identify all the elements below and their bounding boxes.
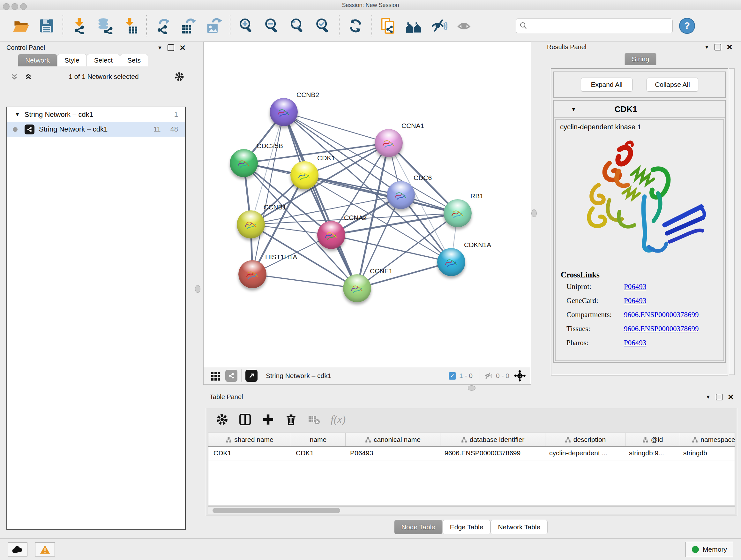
- close-panel-icon[interactable]: ✕: [726, 44, 733, 50]
- zoom-fit-icon[interactable]: [289, 17, 306, 34]
- tab-sets[interactable]: Sets: [120, 54, 148, 66]
- crosslink-label: Pharos:: [566, 339, 624, 347]
- network-canvas[interactable]: CCNB2CCNA1CDC25BCDK1CDC6RB1CCNB1CCNA2CDK…: [204, 42, 530, 367]
- tab-network[interactable]: Network: [18, 54, 57, 66]
- node-CDC6[interactable]: [387, 181, 415, 209]
- grid-view-icon[interactable]: [211, 371, 221, 381]
- crosslink-uniprot-link[interactable]: P06493: [624, 283, 646, 291]
- network-collection-row[interactable]: ▼ String Network – cdk1 1: [7, 107, 185, 122]
- crosslink-pharos-link[interactable]: P06493: [624, 339, 646, 347]
- node-HIST1H1A[interactable]: [239, 260, 266, 288]
- table-cell[interactable]: stringdb: [678, 447, 735, 460]
- zoom-selected-icon[interactable]: [315, 17, 331, 34]
- first-neighbors-icon[interactable]: [405, 17, 422, 34]
- hide-selected-icon[interactable]: [431, 17, 448, 34]
- open-session-icon[interactable]: [13, 17, 29, 34]
- import-network-file-icon[interactable]: [71, 17, 87, 34]
- node-CCNA2[interactable]: [317, 221, 345, 249]
- refresh-icon[interactable]: [347, 17, 364, 34]
- collapse-triangle-icon[interactable]: ▼: [15, 111, 20, 118]
- export-table-icon[interactable]: [180, 17, 197, 34]
- warnings-button[interactable]: [35, 543, 55, 557]
- expand-all-button[interactable]: Expand All: [581, 78, 632, 91]
- cloud-button[interactable]: [8, 543, 27, 557]
- table-cell[interactable]: cyclin-dependent ...: [544, 447, 624, 460]
- right-splitter-handle[interactable]: [531, 209, 537, 217]
- tab-network-table[interactable]: Network Table: [490, 520, 548, 534]
- zoom-out-icon[interactable]: [264, 17, 280, 34]
- show-all-icon[interactable]: [456, 17, 473, 34]
- add-column-icon[interactable]: [262, 413, 274, 426]
- close-panel-icon[interactable]: ✕: [179, 45, 186, 51]
- node-CDC25B[interactable]: [230, 149, 258, 177]
- tab-node-table[interactable]: Node Table: [394, 520, 443, 534]
- import-table-file-icon[interactable]: [122, 17, 138, 34]
- table-cell[interactable]: P06493: [345, 447, 440, 460]
- node-label-CDC25B: CDC25B: [257, 142, 283, 150]
- selected-checkbox-icon[interactable]: ✓: [449, 372, 456, 380]
- tab-edge-table[interactable]: Edge Table: [443, 520, 491, 534]
- network-row[interactable]: String Network – cdk1 11 48: [7, 122, 185, 137]
- export-network-icon[interactable]: [154, 17, 171, 34]
- panel-menu-icon[interactable]: ▼: [705, 394, 711, 400]
- column-header-shared-name[interactable]: shared name: [208, 433, 291, 446]
- column-header-namespace[interactable]: namespace: [680, 433, 735, 446]
- tab-string[interactable]: String: [624, 53, 657, 65]
- node-CDK1[interactable]: [290, 161, 319, 189]
- crosslink-compartments-link[interactable]: 9606.ENSP00000378699: [624, 311, 699, 319]
- float-panel-icon[interactable]: [716, 394, 723, 400]
- panel-menu-icon[interactable]: ▼: [704, 44, 710, 50]
- node-CDKN1A[interactable]: [437, 248, 465, 276]
- results-scrollbar[interactable]: [729, 68, 735, 375]
- table-horizontal-scrollbar[interactable]: [208, 506, 735, 514]
- node-CCNA1[interactable]: [375, 129, 403, 157]
- crosslink-genecard-link[interactable]: P06493: [624, 297, 646, 305]
- table-cell[interactable]: CDK1: [208, 447, 291, 460]
- tab-select[interactable]: Select: [87, 54, 120, 66]
- search-field[interactable]: [516, 18, 673, 33]
- birds-eye-view-icon[interactable]: [514, 370, 526, 382]
- panel-menu-icon[interactable]: ▼: [157, 45, 162, 51]
- section-collapse-icon[interactable]: ▼: [571, 106, 576, 113]
- network-badge-icon[interactable]: [225, 370, 238, 382]
- node-CCNB2[interactable]: [270, 98, 298, 126]
- control-panel-title: Control Panel: [6, 44, 45, 51]
- table-row[interactable]: CDK1CDK1P064939606.ENSP00000378699cyclin…: [208, 447, 735, 460]
- import-network-database-icon[interactable]: [96, 17, 113, 34]
- collapse-all-icon[interactable]: [10, 72, 19, 81]
- node-RB1[interactable]: [444, 199, 472, 227]
- crosslink-tissues-link[interactable]: 9606.ENSP00000378699: [624, 325, 699, 333]
- show-columns-icon[interactable]: [239, 413, 252, 426]
- column-header-description[interactable]: description: [545, 433, 625, 446]
- close-panel-icon[interactable]: ✕: [728, 394, 734, 400]
- memory-button[interactable]: Memory: [685, 542, 733, 557]
- table-cell[interactable]: stringdb:9...: [624, 447, 678, 460]
- left-splitter-handle[interactable]: [195, 285, 200, 293]
- open-in-new-window-icon[interactable]: [246, 370, 258, 382]
- zoom-in-icon[interactable]: [238, 17, 255, 34]
- tab-style[interactable]: Style: [57, 54, 87, 66]
- search-input[interactable]: [528, 22, 669, 30]
- table-settings-gear-icon[interactable]: [216, 413, 228, 426]
- save-session-icon[interactable]: [38, 17, 55, 34]
- gear-icon[interactable]: [174, 71, 185, 82]
- delete-column-icon[interactable]: [285, 413, 297, 426]
- table-cell[interactable]: CDK1: [291, 447, 345, 460]
- scrollbar-thumb[interactable]: [212, 508, 340, 513]
- column-header-canonical-name[interactable]: canonical name: [346, 433, 441, 446]
- column-header-database-identifier[interactable]: database identifier: [441, 433, 545, 446]
- new-network-from-selection-icon[interactable]: [380, 17, 396, 34]
- node-CCNE1[interactable]: [343, 274, 371, 302]
- help-button[interactable]: ?: [679, 18, 695, 34]
- bottom-splitter-handle[interactable]: [468, 385, 475, 391]
- expand-all-icon[interactable]: [23, 72, 33, 81]
- float-panel-icon[interactable]: [167, 44, 174, 51]
- float-panel-icon[interactable]: [715, 44, 721, 51]
- node-CCNB1[interactable]: [237, 210, 265, 239]
- export-image-icon[interactable]: [205, 17, 222, 34]
- table-cell[interactable]: 9606.ENSP00000378699: [440, 447, 544, 460]
- column-header--id[interactable]: @id: [625, 433, 680, 446]
- node-count: 11: [153, 125, 161, 133]
- collapse-all-button[interactable]: Collapse All: [647, 78, 698, 91]
- column-header-name[interactable]: name: [291, 433, 346, 446]
